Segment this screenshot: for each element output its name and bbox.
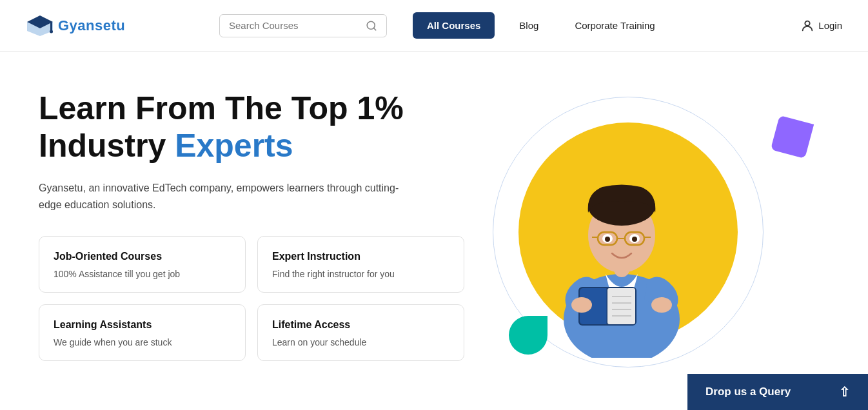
feature-card-2-desc: We guide when you are stuck xyxy=(54,337,231,347)
feature-card-2: Learning Assistants We guide when you ar… xyxy=(39,304,246,361)
logo[interactable]: Gyansetu xyxy=(26,12,129,40)
drop-query-label: Drop us a Query xyxy=(705,386,791,398)
logo-icon xyxy=(26,12,54,40)
person-svg xyxy=(522,100,722,358)
logo-text: Gyansetu xyxy=(58,17,125,34)
nav-blog-link[interactable]: Blog xyxy=(508,20,550,31)
svg-point-29 xyxy=(651,297,672,313)
feature-card-0-title: Job-Oriented Courses xyxy=(54,251,231,262)
purple-shape xyxy=(771,115,814,159)
svg-point-6 xyxy=(805,21,810,25)
chevron-up-icon: ⇧ xyxy=(839,384,850,400)
search-bar[interactable] xyxy=(219,14,387,37)
svg-point-18 xyxy=(605,237,610,242)
feature-card-3-title: Lifetime Access xyxy=(272,319,449,331)
feature-card-0: Job-Oriented Courses 100% Assistance til… xyxy=(39,236,246,293)
feature-card-3: Lifetime Access Learn on your schedule xyxy=(257,304,464,361)
all-courses-button[interactable]: All Courses xyxy=(413,12,495,39)
hero-left: Learn From The Top 1% Industry Experts G… xyxy=(39,84,473,361)
svg-line-5 xyxy=(373,28,375,30)
feature-card-1: Expert Instruction Find the right instru… xyxy=(257,236,464,293)
svg-point-19 xyxy=(632,237,637,242)
feature-card-0-desc: 100% Assistance till you get job xyxy=(54,269,231,279)
hero-illustration xyxy=(473,84,829,406)
navbar: Gyansetu All Courses Blog Corporate Trai… xyxy=(0,0,868,52)
feature-card-1-desc: Find the right instructor for you xyxy=(272,269,449,279)
svg-point-28 xyxy=(571,297,592,313)
login-label: Login xyxy=(818,20,842,31)
feature-cards-grid: Job-Oriented Courses 100% Assistance til… xyxy=(39,236,464,361)
nav-corporate-link[interactable]: Corporate Training xyxy=(563,20,666,31)
svg-rect-23 xyxy=(607,288,635,324)
search-input[interactable] xyxy=(229,20,360,31)
hero-subtitle: Gyansetu, an innovative EdTech company, … xyxy=(39,180,400,213)
svg-point-3 xyxy=(50,30,53,33)
feature-card-1-title: Expert Instruction xyxy=(272,251,449,262)
drop-query-bar[interactable]: Drop us a Query ⇧ xyxy=(687,374,868,410)
hero-section: Learn From The Top 1% Industry Experts G… xyxy=(0,52,868,410)
feature-card-2-title: Learning Assistants xyxy=(54,319,231,331)
search-icon xyxy=(366,20,377,32)
person-illustration xyxy=(522,106,722,351)
user-icon xyxy=(800,19,814,33)
nav-login-button[interactable]: Login xyxy=(800,19,842,33)
svg-rect-2 xyxy=(50,22,52,31)
feature-card-3-desc: Learn on your schedule xyxy=(272,337,449,347)
hero-title: Learn From The Top 1% Industry Experts xyxy=(39,90,473,164)
